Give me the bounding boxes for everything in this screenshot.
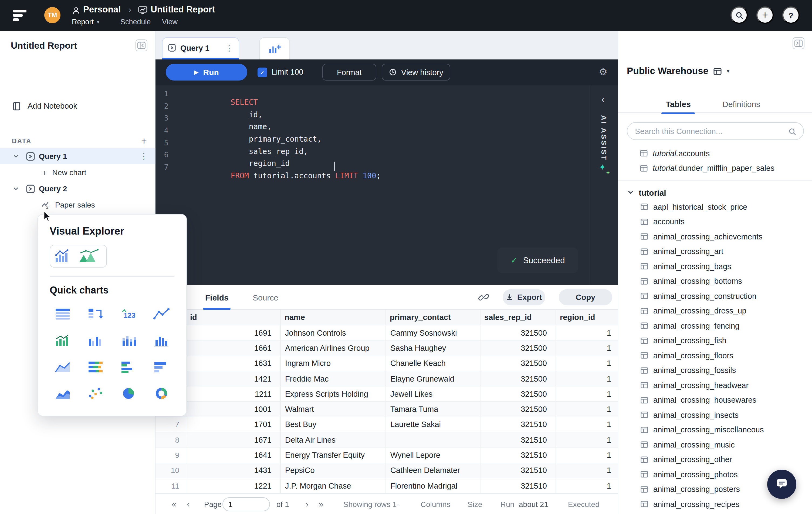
quick-chart-stacked-bar-icon[interactable]	[83, 356, 108, 377]
quick-chart-donut-icon[interactable]	[148, 383, 174, 404]
table-row[interactable]: 1 1691 Johnson Controls Cammy Sosnowski …	[155, 325, 618, 341]
quick-chart-grouped-bar-icon[interactable]	[116, 356, 141, 377]
table-list-item[interactable]: animal_crossing_bags	[640, 259, 810, 274]
table-row[interactable]: 9 1641 Energy Transfer Equity Wynell Lep…	[155, 448, 618, 463]
user-avatar[interactable]: TM	[44, 7, 60, 23]
quick-chart-bar-icon[interactable]	[148, 356, 174, 377]
table-list-item[interactable]: animal_crossing_achievements	[640, 229, 810, 244]
column-header-primary-contact[interactable]: primary_contact	[386, 310, 481, 325]
quick-chart-column-line-icon[interactable]	[50, 330, 75, 351]
table-row[interactable]: 2 1661 American Airlines Group Sasha Hau…	[155, 341, 618, 356]
export-button[interactable]: Export	[503, 289, 545, 305]
query1-new-chart-button[interactable]: + New chart	[0, 164, 155, 181]
quick-chart-line-icon[interactable]	[148, 303, 174, 324]
table-row[interactable]: 4 1421 Freddie Mac Elayne Grunewald 3215…	[155, 371, 618, 387]
table-list-item[interactable]: animal_crossing_construction	[640, 289, 810, 303]
size-link[interactable]: Size	[468, 494, 482, 514]
add-chart-tab[interactable]	[259, 37, 290, 59]
breadcrumb-workspace[interactable]: Personal	[83, 4, 121, 15]
table-list-item[interactable]: animal_crossing_art	[640, 244, 810, 259]
chevron-down-icon[interactable]	[13, 186, 19, 192]
table-list-item[interactable]: animal_crossing_insects	[640, 408, 810, 423]
view-history-button[interactable]: View history	[382, 64, 450, 81]
table-list-item[interactable]: animal_crossing_fencing	[640, 318, 810, 333]
format-button[interactable]: Format	[322, 64, 376, 81]
column-header-sales-rep-id[interactable]: sales_rep_id	[481, 310, 556, 325]
table-row[interactable]: 6 1001 Walmart Tamara Tuma 321500 1	[155, 402, 618, 417]
gear-icon[interactable]: ⚙	[599, 66, 607, 78]
tab-tables[interactable]: Tables	[666, 94, 691, 113]
support-chat-button[interactable]	[767, 470, 796, 499]
table-row[interactable]: 5 1211 Express Scripts Holding Jewell Li…	[155, 386, 618, 402]
chevron-left-icon[interactable]: ‹	[602, 94, 605, 105]
ai-assist-panel[interactable]: ‹ AI ASSIST ✦ ✦	[589, 85, 618, 285]
quick-chart-area-line-icon[interactable]	[50, 356, 75, 377]
tab-kebab-menu-icon[interactable]: ⋮	[225, 43, 233, 53]
table-list-item[interactable]: animal_crossing_miscellaneous	[640, 423, 810, 437]
table-list-item[interactable]: animal_crossing_fossils	[640, 363, 810, 378]
code-area[interactable]: 1 SELECT 2 id, 3	[155, 87, 589, 173]
add-notebook-button[interactable]: Add Notebook	[0, 97, 155, 115]
run-button[interactable]: ▶ Run	[166, 64, 247, 81]
search-input[interactable]	[635, 127, 784, 135]
add-data-icon[interactable]: +	[141, 135, 147, 147]
first-page-button[interactable]: «	[172, 494, 177, 514]
connection-search[interactable]	[627, 122, 804, 140]
nav-schedule[interactable]: Schedule	[120, 18, 151, 26]
link-icon[interactable]	[478, 292, 489, 303]
quick-chart-scatter-icon[interactable]	[83, 383, 108, 404]
table-list-item[interactable]: animal_crossing_headwear	[640, 378, 810, 393]
chevron-down-icon[interactable]	[13, 153, 19, 159]
prev-page-button[interactable]: ‹	[187, 494, 190, 514]
table-row[interactable]: 7 1701 Best Buy Laurette Sakai 321510 1	[155, 417, 618, 433]
schema-group-tutorial[interactable]: tutorial	[627, 185, 666, 199]
chevron-down-icon[interactable]	[627, 189, 634, 196]
connection-selector[interactable]: Public Warehouse ▾	[627, 65, 729, 77]
last-page-button[interactable]: »	[319, 494, 323, 514]
quick-chart-grouped-column-icon[interactable]	[83, 330, 108, 351]
columns-link[interactable]: Columns	[420, 494, 451, 514]
limit-label[interactable]: Limit 100	[271, 67, 303, 76]
table-list-item[interactable]: animal_crossing_fish	[640, 333, 810, 348]
copy-button[interactable]: Copy	[559, 289, 612, 305]
page-input[interactable]	[223, 497, 270, 511]
table-list-item[interactable]: animal_crossing_recipes	[640, 497, 810, 512]
table-list-item[interactable]: animal_crossing_music	[640, 437, 810, 452]
table-list-item[interactable]: aapl_historical_stock_price	[640, 199, 810, 214]
nav-view[interactable]: View	[162, 18, 178, 26]
table-row[interactable]: 10 1431 PepsiCo Cathleen Delamater 32151…	[155, 463, 618, 478]
sidebar-item-paper-sales[interactable]: 2 Paper sales	[0, 197, 155, 213]
table-list-item[interactable]: animal_crossing_floors	[640, 348, 810, 363]
visual-explorer-thumbnail[interactable]	[50, 245, 107, 268]
table-list-item[interactable]: animal_crossing_other	[640, 452, 810, 467]
recent-table-item[interactable]: tutorial.dunder_mifflin_paper_sales	[640, 161, 808, 175]
recent-table-item[interactable]: tutorial.accounts	[640, 146, 808, 161]
collapse-sidebar-icon[interactable]	[136, 39, 147, 51]
quick-chart-area-icon[interactable]	[50, 383, 75, 404]
column-header-id[interactable]: id	[186, 310, 281, 325]
mode-logo-icon[interactable]	[13, 9, 28, 22]
sidebar-item-query2[interactable]: Query 2	[0, 181, 155, 197]
column-header-name[interactable]: name	[281, 310, 386, 325]
tab-source[interactable]: Source	[253, 285, 278, 310]
nav-report-menu[interactable]: Report ▾	[72, 18, 99, 26]
tab-definitions[interactable]: Definitions	[722, 94, 760, 113]
sidebar-item-query1[interactable]: Query 1 ⋮	[0, 148, 155, 164]
help-button[interactable]: ?	[782, 6, 800, 24]
limit-checkbox[interactable]: ✓	[258, 67, 267, 77]
kebab-menu-icon[interactable]: ⋮	[140, 151, 148, 161]
table-list-item[interactable]: animal_crossing_dress_up	[640, 303, 810, 318]
quick-chart-column-icon[interactable]	[148, 330, 174, 351]
table-list-item[interactable]: animal_crossing_bottoms	[640, 274, 810, 289]
search-button[interactable]	[730, 6, 748, 24]
expand-panel-icon[interactable]	[792, 37, 805, 49]
table-list-item[interactable]: accounts	[640, 214, 810, 229]
table-list-item[interactable]: animal_crossing_housewares	[640, 393, 810, 408]
quick-chart-pie-icon[interactable]	[116, 383, 141, 404]
add-button[interactable]: +	[756, 6, 774, 24]
sql-editor[interactable]: 1 SELECT 2 id, 3	[155, 85, 618, 285]
tab-query1[interactable]: Query 1 ⋮	[162, 37, 239, 59]
next-page-button[interactable]: ›	[306, 494, 309, 514]
table-row[interactable]: 11 1221 J.P. Morgan Chase Florentino Mad…	[155, 478, 618, 494]
table-row[interactable]: 3 1631 Ingram Micro Chanelle Keach 32150…	[155, 356, 618, 371]
